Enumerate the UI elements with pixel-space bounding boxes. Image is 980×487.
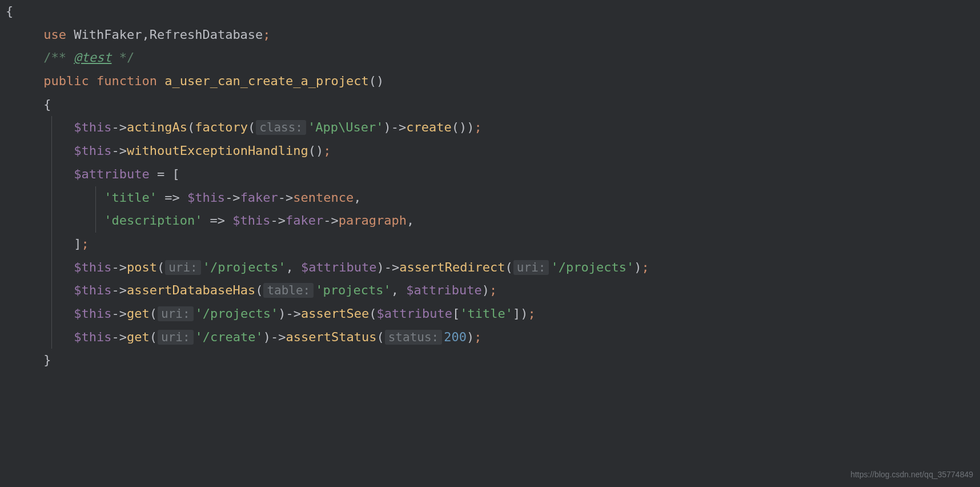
- paren: (: [376, 330, 384, 344]
- paren: (: [150, 330, 157, 344]
- method-post: post: [127, 260, 157, 274]
- code-line: $this->get(uri:'/projects')->assertSee($…: [6, 302, 980, 326]
- arrow: ->: [286, 306, 301, 321]
- variable-this: $this: [74, 120, 111, 134]
- paren: (: [187, 120, 195, 134]
- property-faker: faker: [286, 213, 323, 227]
- param-hint-uri: uri:: [513, 260, 549, 275]
- code-line: 'title' => $this->faker->sentence,: [6, 186, 980, 210]
- arrow: ->: [111, 330, 127, 344]
- paren: ): [383, 120, 391, 134]
- code-line: {: [6, 93, 980, 117]
- function-name: a_user_can_create_a_project: [164, 74, 369, 88]
- arrow: ->: [111, 306, 127, 321]
- keyword-use: use: [43, 27, 66, 42]
- watermark: https://blog.csdn.net/qq_35774849: [850, 468, 973, 482]
- param-hint-table: table:: [263, 283, 314, 298]
- paren: ): [376, 260, 384, 274]
- assign-bracket: = [: [150, 167, 180, 181]
- code-line: $this->actingAs(factory(class:'App\User'…: [6, 116, 980, 139]
- method-withoutExceptionHandling: withoutExceptionHandling: [127, 143, 308, 158]
- comma: ,: [354, 190, 361, 205]
- comma: ,: [286, 260, 301, 274]
- method-assertDatabaseHas: assertDatabaseHas: [127, 283, 255, 297]
- comma: ,: [391, 283, 407, 297]
- variable-this: $this: [74, 330, 111, 344]
- property-paragraph: paragraph: [339, 213, 407, 227]
- paren-end: );: [467, 330, 482, 344]
- array-key-description: 'description': [104, 213, 202, 227]
- double-arrow: =>: [202, 213, 232, 227]
- paren: ): [263, 330, 271, 344]
- string-literal: '/projects': [203, 260, 286, 274]
- paren: ): [278, 306, 286, 321]
- variable-attribute: $attribute: [376, 306, 452, 321]
- paren: (: [248, 120, 255, 134]
- code-line: $this->withoutExceptionHandling();: [6, 139, 980, 163]
- method-get: get: [127, 306, 150, 321]
- variable-this: $this: [187, 190, 225, 205]
- code-line: }: [6, 349, 980, 372]
- close-bracket: ];: [74, 237, 89, 251]
- method-assertSee: assertSee: [301, 306, 369, 321]
- property-sentence: sentence: [293, 190, 354, 205]
- code-line: {: [6, 0, 980, 23]
- arrow: ->: [384, 260, 400, 274]
- code-line: /** @test */: [6, 46, 980, 70]
- comma: ,: [407, 213, 414, 227]
- code-line: $this->get(uri:'/create')->assertStatus(…: [6, 326, 980, 349]
- code-line: $attribute = [: [6, 163, 980, 186]
- doc-open: /**: [43, 50, 74, 65]
- code-block: { use WithFaker,RefreshDatabase; /** @te…: [0, 0, 980, 372]
- param-hint-uri: uri:: [158, 330, 194, 345]
- code-line: ];: [6, 233, 980, 256]
- bracket: ]: [513, 306, 520, 321]
- variable-attribute: $attribute: [74, 167, 149, 181]
- double-arrow: =>: [157, 190, 187, 205]
- variable-this: $this: [74, 306, 111, 321]
- arrow: ->: [111, 260, 127, 274]
- method-assertStatus: assertStatus: [286, 330, 377, 344]
- method-actingAs: actingAs: [127, 120, 187, 134]
- variable-attribute: $attribute: [406, 283, 481, 297]
- variable-attribute: $attribute: [301, 260, 376, 274]
- paren-end: );: [520, 306, 536, 321]
- property-faker: faker: [240, 190, 278, 205]
- arrow: ->: [323, 213, 339, 227]
- parens: (): [369, 74, 384, 88]
- keyword-public: public: [43, 74, 89, 88]
- string-literal: '/projects': [551, 260, 634, 274]
- paren-end: );: [634, 260, 649, 274]
- code-line: public function a_user_can_create_a_proj…: [6, 70, 980, 93]
- param-hint-uri: uri:: [158, 306, 194, 321]
- param-hint-status: status:: [385, 330, 443, 345]
- paren: (: [157, 260, 164, 274]
- string-literal: 'App\User': [308, 120, 383, 134]
- doc-tag-test: @test: [74, 50, 111, 65]
- string-literal: '/projects': [195, 306, 279, 321]
- code-line: 'description' => $this->faker->paragraph…: [6, 209, 980, 233]
- arrow: ->: [271, 213, 286, 227]
- variable-this: $this: [74, 283, 111, 297]
- method-get: get: [127, 330, 150, 344]
- string-literal: '/create': [195, 330, 263, 344]
- bracket: [: [452, 306, 460, 321]
- variable-this: $this: [74, 143, 111, 158]
- paren: (: [150, 306, 157, 321]
- paren: (: [255, 283, 263, 297]
- brace: {: [6, 4, 13, 18]
- paren-end: ());: [452, 120, 482, 134]
- arrow: ->: [111, 120, 127, 134]
- code-line: $this->assertDatabaseHas(table:'projects…: [6, 279, 980, 302]
- number-literal: 200: [444, 330, 467, 344]
- string-literal: 'title': [460, 306, 513, 321]
- code-line: $this->post(uri:'/projects', $attribute)…: [6, 256, 980, 280]
- arrow: ->: [391, 120, 407, 134]
- brace: {: [43, 97, 51, 111]
- method-assertRedirect: assertRedirect: [399, 260, 505, 274]
- paren: (: [369, 306, 376, 321]
- keyword-function: function: [97, 74, 157, 88]
- arrow: ->: [225, 190, 240, 205]
- semicolon: ;: [263, 27, 270, 42]
- paren-end: ();: [308, 143, 331, 158]
